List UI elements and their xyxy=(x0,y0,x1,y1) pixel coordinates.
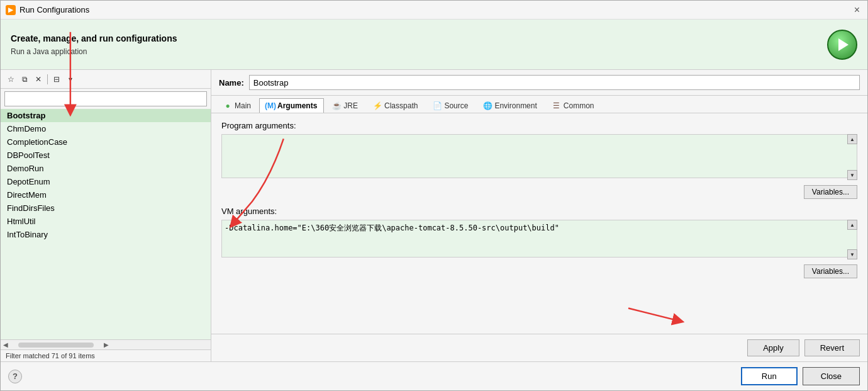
main-tab-icon: ● xyxy=(223,101,232,110)
list-item[interactable]: Bootstrap xyxy=(1,109,211,122)
filter-button[interactable]: ⊟ xyxy=(50,73,63,86)
tab-main[interactable]: ● Main xyxy=(216,98,258,113)
list-item[interactable]: CompletionCase xyxy=(1,135,211,149)
search-input[interactable] xyxy=(4,91,207,106)
vm-scroll-up-icon[interactable]: ▲ xyxy=(847,220,857,230)
footer-buttons: Run Close xyxy=(741,367,860,385)
name-label: Name: xyxy=(219,78,244,88)
list-item[interactable]: DirectMem xyxy=(1,188,211,201)
classpath-tab-icon: ⚡ xyxy=(373,101,382,110)
name-input[interactable] xyxy=(249,75,860,90)
dropdown-button[interactable]: ▾ xyxy=(64,73,77,86)
tabs-bar: ● Main (M) Arguments ☕ JRE ⚡ Classpath 📄 xyxy=(211,96,867,113)
help-button[interactable]: ? xyxy=(8,370,22,383)
jre-tab-icon: ☕ xyxy=(332,101,341,110)
left-panel: ☆ ⧉ ✕ ⊟ ▾ Bootstrap ChmDemo CompletionCa… xyxy=(1,70,211,361)
run-button[interactable]: Run xyxy=(741,367,798,385)
vm-args-scroll: ▲ ▼ xyxy=(847,220,857,259)
title-bar-left: ▶ Run Configurations xyxy=(6,5,89,15)
header-text: Create, manage, and run configurations R… xyxy=(11,33,177,56)
tab-source-label: Source xyxy=(444,101,468,110)
horizontal-scrollbar[interactable]: ◀ ▶ xyxy=(1,339,211,349)
footer: ? Run Close xyxy=(1,361,867,390)
revert-button[interactable]: Revert xyxy=(804,339,860,356)
scroll-up-icon[interactable]: ▲ xyxy=(847,134,857,144)
tab-source[interactable]: 📄 Source xyxy=(426,98,475,113)
title-bar: ▶ Run Configurations × xyxy=(1,1,867,20)
duplicate-button[interactable]: ⧉ xyxy=(18,73,31,86)
dialog-title: Run Configurations xyxy=(19,5,89,14)
scroll-thumb xyxy=(18,343,94,348)
right-panel: Name: ● Main (M) Arguments ☕ JRE ⚡ xyxy=(211,70,867,361)
variables-row-2: Variables... xyxy=(221,264,857,278)
app-icon: ▶ xyxy=(6,5,16,15)
vm-args-wrapper: ▲ ▼ xyxy=(221,220,857,259)
left-toolbar: ☆ ⧉ ✕ ⊟ ▾ xyxy=(1,70,211,89)
vm-scroll-down-icon[interactable]: ▼ xyxy=(847,249,857,259)
toolbar-separator xyxy=(47,74,48,84)
run-icon-button[interactable] xyxy=(827,30,857,60)
header-area: Create, manage, and run configurations R… xyxy=(1,20,867,70)
program-args-scroll: ▲ ▼ xyxy=(847,134,857,180)
tab-classpath[interactable]: ⚡ Classpath xyxy=(366,98,425,113)
variables-row-1: Variables... xyxy=(221,185,857,199)
program-args-input[interactable] xyxy=(221,134,857,178)
scroll-down-icon[interactable]: ▼ xyxy=(847,170,857,180)
source-tab-icon: 📄 xyxy=(433,101,442,110)
apply-button[interactable]: Apply xyxy=(747,339,799,356)
tab-classpath-label: Classpath xyxy=(384,101,418,110)
action-bar: Apply Revert xyxy=(211,334,867,361)
list-item[interactable]: DemoRun xyxy=(1,162,211,175)
delete-button[interactable]: ✕ xyxy=(32,73,45,86)
scroll-right-icon[interactable]: ▶ xyxy=(104,341,109,348)
main-content: ☆ ⧉ ✕ ⊟ ▾ Bootstrap ChmDemo CompletionCa… xyxy=(1,70,867,361)
config-list: Bootstrap ChmDemo CompletionCase DBPoolT… xyxy=(1,109,211,339)
tab-content-arguments: Program arguments: ▲ ▼ Variables... VM a… xyxy=(211,113,867,334)
header-subtitle: Run a Java application xyxy=(11,47,177,56)
variables-button-2[interactable]: Variables... xyxy=(804,264,857,278)
scroll-left-icon[interactable]: ◀ xyxy=(3,341,8,348)
tab-arguments-label: Arguments xyxy=(277,101,317,110)
list-item[interactable]: HtmlUtil xyxy=(1,215,211,228)
list-item[interactable]: FindDirsFiles xyxy=(1,201,211,215)
list-item[interactable]: IntToBinary xyxy=(1,228,211,241)
tab-arguments[interactable]: (M) Arguments xyxy=(259,98,324,113)
tab-common-label: Common xyxy=(564,101,594,110)
program-args-wrapper: ▲ ▼ xyxy=(221,134,857,180)
tab-environment[interactable]: 🌐 Environment xyxy=(476,98,543,113)
new-config-button[interactable]: ☆ xyxy=(4,73,17,86)
close-button[interactable]: Close xyxy=(803,367,860,385)
tab-jre-label: JRE xyxy=(343,101,358,110)
program-args-label: Program arguments: xyxy=(221,121,857,130)
tab-environment-label: Environment xyxy=(494,101,537,110)
list-item[interactable]: ChmDemo xyxy=(1,122,211,135)
common-tab-icon: ☰ xyxy=(552,101,561,110)
list-item[interactable]: DepotEnum xyxy=(1,175,211,188)
environment-tab-icon: 🌐 xyxy=(483,101,492,110)
tab-common[interactable]: ☰ Common xyxy=(545,98,601,113)
variables-button-1[interactable]: Variables... xyxy=(804,185,857,199)
close-icon[interactable]: × xyxy=(852,4,862,16)
vm-args-input[interactable] xyxy=(221,220,857,258)
arguments-tab-icon: (M) xyxy=(266,101,275,110)
filter-status: Filter matched 71 of 91 items xyxy=(1,349,211,361)
tab-main-label: Main xyxy=(235,101,251,110)
name-row: Name: xyxy=(211,70,867,96)
vm-args-label: VM arguments: xyxy=(221,207,857,216)
tab-jre[interactable]: ☕ JRE xyxy=(325,98,365,113)
list-item[interactable]: DBPoolTest xyxy=(1,149,211,162)
header-title: Create, manage, and run configurations xyxy=(11,33,177,43)
